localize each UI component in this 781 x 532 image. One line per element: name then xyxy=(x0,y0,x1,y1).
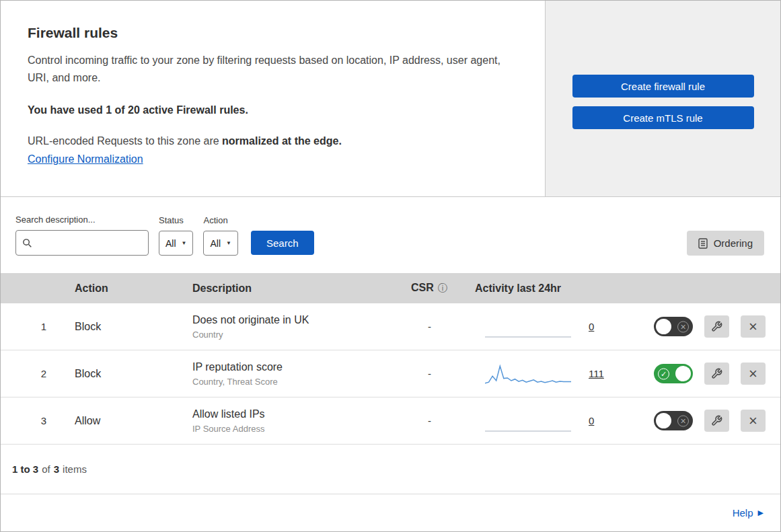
rule-fields: IP Source Address xyxy=(192,424,398,434)
status-label: Status xyxy=(159,215,193,225)
page-title: Firewall rules xyxy=(28,25,518,41)
status-select-value: All xyxy=(165,238,176,249)
toggle-state-icon xyxy=(677,415,689,426)
help-link[interactable]: Help ▶ xyxy=(733,507,764,519)
info-icon[interactable]: ⓘ xyxy=(438,282,447,293)
close-icon: × xyxy=(749,414,757,428)
action-select-value: All xyxy=(210,238,221,249)
wrench-icon xyxy=(711,415,722,426)
configure-normalization-link[interactable]: Configure Normalization xyxy=(28,153,143,165)
search-label: Search description... xyxy=(15,215,149,225)
create-mtls-rule-button[interactable]: Create mTLS rule xyxy=(572,106,754,129)
delete-rule-button[interactable]: × xyxy=(741,315,766,338)
table-row: 2 Block IP reputation score Country, Thr… xyxy=(1,350,780,397)
footer-range: 1 to 3 xyxy=(12,463,38,475)
delete-rule-button[interactable]: × xyxy=(741,363,766,385)
wrench-icon xyxy=(711,321,722,332)
toggle-state-icon xyxy=(658,368,669,379)
normalization-prefix: URL-encoded Requests to this zone are xyxy=(28,135,222,147)
top-section: Firewall rules Control incoming traffic … xyxy=(1,1,780,197)
search-input[interactable] xyxy=(37,237,142,248)
rule-index: 2 xyxy=(1,368,61,379)
activity-sparkline xyxy=(485,362,571,386)
chevron-down-icon: ▼ xyxy=(226,240,231,246)
header-csr: CSRⓘ xyxy=(398,282,461,295)
rule-description-cell: IP reputation score Country, Threat Scor… xyxy=(179,361,398,387)
table-footer: 1 to 3 of 3 items xyxy=(1,445,780,494)
wrench-icon xyxy=(711,368,722,379)
header-csr-label: CSR xyxy=(411,282,434,293)
rule-action: Block xyxy=(61,368,179,380)
rule-activity-cell: 111 xyxy=(461,362,634,386)
search-icon xyxy=(22,238,32,248)
create-firewall-rule-button[interactable]: Create firewall rule xyxy=(572,75,754,98)
activity-count-link[interactable]: 0 xyxy=(589,321,594,332)
status-select[interactable]: All ▼ xyxy=(159,231,193,256)
rule-activity-cell: 0 xyxy=(461,409,634,433)
normalization-text: URL-encoded Requests to this zone are no… xyxy=(28,135,518,147)
ordering-list-icon xyxy=(698,238,708,249)
actions-panel: Create firewall rule Create mTLS rule xyxy=(546,1,780,196)
header-activity: Activity last 24hr xyxy=(461,282,634,295)
footer-of: of xyxy=(42,463,50,475)
toggle-knob xyxy=(675,366,691,381)
close-icon: × xyxy=(749,367,757,381)
usage-text: You have used 1 of 20 active Firewall ru… xyxy=(28,104,518,116)
help-bar: Help ▶ xyxy=(1,494,780,531)
activity-sparkline xyxy=(485,409,571,433)
header-description: Description xyxy=(179,282,398,295)
toggle-knob xyxy=(656,319,671,334)
edit-rule-button[interactable] xyxy=(704,363,729,385)
header-action: Action xyxy=(61,282,179,295)
rule-controls: × xyxy=(634,363,780,385)
rule-controls: × xyxy=(634,410,780,432)
ordering-button[interactable]: Ordering xyxy=(687,231,764,256)
edit-rule-button[interactable] xyxy=(704,410,729,432)
rule-fields: Country xyxy=(192,330,398,340)
action-select[interactable]: All ▼ xyxy=(203,231,237,256)
rule-action: Allow xyxy=(61,415,179,427)
rule-csr: - xyxy=(398,368,461,379)
rule-description: Allow listed IPs xyxy=(192,408,398,420)
table-header: Action Description CSRⓘ Activity last 24… xyxy=(1,273,780,303)
rule-fields: Country, Threat Score xyxy=(192,377,398,387)
action-label: Action xyxy=(203,215,237,225)
action-group: Action All ▼ xyxy=(203,215,237,256)
filter-bar: Search description... Status All ▼ Actio… xyxy=(1,197,780,273)
rule-description-cell: Does not originate in UK Country xyxy=(179,314,398,340)
edit-rule-button[interactable] xyxy=(704,315,729,338)
enable-toggle[interactable] xyxy=(654,411,693,430)
arrow-right-icon: ▶ xyxy=(758,508,764,517)
activity-count-link[interactable]: 111 xyxy=(589,368,604,379)
rule-description: IP reputation score xyxy=(192,361,398,373)
help-link-label: Help xyxy=(733,507,753,519)
footer-items: items xyxy=(63,463,87,475)
ordering-button-label: Ordering xyxy=(714,237,753,249)
rule-index: 3 xyxy=(1,415,61,426)
rule-action: Block xyxy=(61,321,179,333)
toggle-knob xyxy=(656,413,671,428)
firewall-rules-page: Firewall rules Control incoming traffic … xyxy=(0,0,781,532)
enable-toggle[interactable] xyxy=(654,364,693,383)
close-icon: × xyxy=(749,319,757,334)
rule-controls: × xyxy=(634,315,780,338)
search-button[interactable]: Search xyxy=(251,231,314,255)
chevron-down-icon: ▼ xyxy=(182,240,187,246)
rule-index: 1 xyxy=(1,321,61,332)
page-description: Control incoming traffic to your zone by… xyxy=(28,52,518,86)
search-group: Search description... xyxy=(15,215,149,256)
rule-csr: - xyxy=(398,415,461,426)
delete-rule-button[interactable]: × xyxy=(741,410,766,432)
activity-count-link[interactable]: 0 xyxy=(589,415,594,426)
intro-card: Firewall rules Control incoming traffic … xyxy=(1,1,546,196)
status-group: Status All ▼ xyxy=(159,215,193,256)
activity-sparkline xyxy=(485,315,571,339)
toggle-state-icon xyxy=(677,321,689,332)
normalization-bold: normalized at the edge. xyxy=(222,135,342,147)
rule-description: Does not originate in UK xyxy=(192,314,398,326)
rule-activity-cell: 0 xyxy=(461,315,634,339)
enable-toggle[interactable] xyxy=(654,317,693,336)
rule-csr: - xyxy=(398,321,461,332)
table-row: 1 Block Does not originate in UK Country… xyxy=(1,303,780,350)
table-row: 3 Allow Allow listed IPs IP Source Addre… xyxy=(1,397,780,445)
